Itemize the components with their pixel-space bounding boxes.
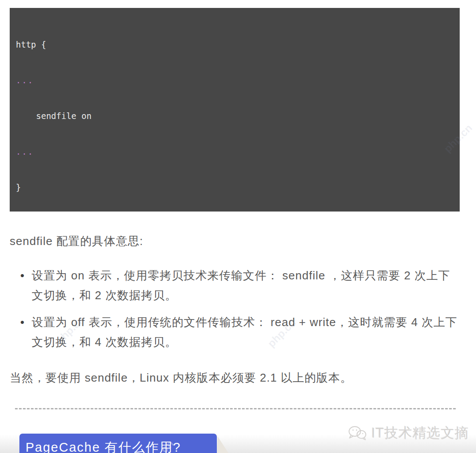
bullet-list: 设置为 on 表示，使用零拷贝技术来传输文件： sendfile ，这样只需要 … (10, 266, 461, 352)
bullet-text: 设置为 off 表示，使用传统的文件传输技术： read + write，这时就… (32, 316, 457, 349)
code-line-ellipsis: ... (16, 146, 452, 158)
section-title: PageCache 有什么作用? (26, 440, 181, 453)
article-body: sendfile 配置的具体意思: 设置为 on 表示，使用零拷贝技术来传输文件… (0, 234, 476, 453)
section-heading: php.cn PageCache 有什么作用? (10, 434, 461, 453)
intro-text: sendfile 配置的具体意思: (10, 234, 461, 249)
note-text: 当然，要使用 sendfile，Linux 内核版本必须要 2.1 以上的版本。 (10, 368, 461, 388)
list-item: 设置为 on 表示，使用零拷贝技术来传输文件： sendfile ，这样只需要 … (32, 266, 461, 305)
code-block: http { ... sendfile on ... } (10, 8, 460, 212)
code-line: sendfile on (16, 110, 452, 122)
code-line: http { (16, 39, 452, 51)
bullet-text: 设置为 on 表示，使用零拷贝技术来传输文件： sendfile ，这样只需要 … (32, 269, 450, 302)
code-line: } (16, 182, 452, 193)
code-line-ellipsis: ... (16, 74, 452, 86)
dashed-divider (15, 408, 456, 409)
section-title-ribbon: php.cn PageCache 有什么作用? (19, 434, 217, 453)
list-item: 设置为 off 表示，使用传统的文件传输技术： read + write，这时就… (32, 312, 461, 352)
ribbon-fold-triangle (217, 436, 234, 453)
